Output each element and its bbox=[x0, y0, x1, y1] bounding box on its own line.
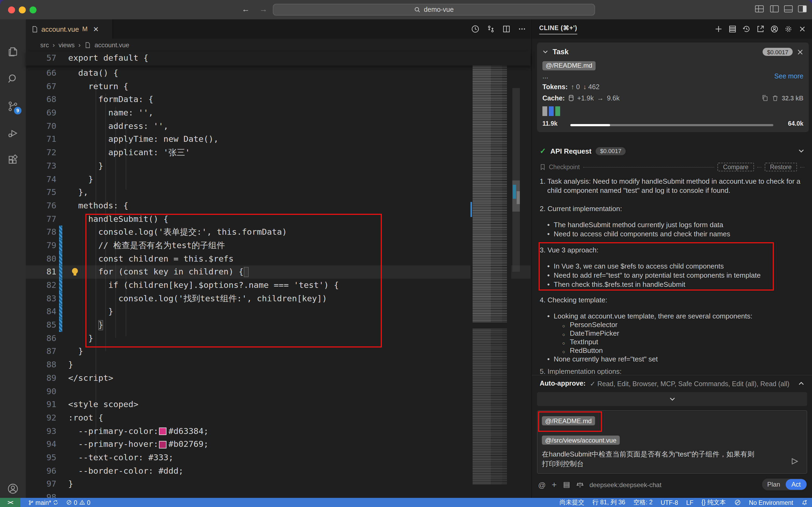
settings-icon[interactable] bbox=[784, 25, 793, 33]
eol-item[interactable]: LF bbox=[686, 499, 693, 506]
forward-icon[interactable]: → bbox=[259, 4, 268, 13]
minimap[interactable] bbox=[470, 47, 511, 507]
account-icon[interactable] bbox=[770, 25, 779, 33]
run-debug-icon[interactable] bbox=[6, 127, 19, 139]
auto-approve-row[interactable]: Auto-approve: ✓ Read, Edit, Browser, MCP… bbox=[540, 378, 805, 389]
restore-button[interactable]: Restore bbox=[764, 163, 797, 171]
context-bar-gray bbox=[542, 106, 547, 116]
git-status-item[interactable]: 尚未提交 bbox=[560, 498, 584, 506]
explorer-icon[interactable] bbox=[6, 45, 19, 58]
mcp-icon[interactable] bbox=[563, 481, 570, 489]
close-task-icon[interactable] bbox=[797, 49, 803, 55]
task-title: Task bbox=[553, 48, 569, 56]
plan-act-toggle[interactable]: Plan Act bbox=[762, 478, 807, 490]
minimap-change-marker bbox=[470, 202, 472, 217]
overview-ruler-change-mark bbox=[513, 185, 516, 199]
mention-icon[interactable]: @ bbox=[538, 481, 545, 489]
toggle-panel-icon[interactable] bbox=[784, 5, 793, 12]
color-swatch-primary[interactable] bbox=[159, 428, 167, 435]
code-line: 94 --primary-hover: #b02769; bbox=[26, 438, 531, 451]
close-panel-icon[interactable] bbox=[798, 25, 807, 33]
expand-bar[interactable] bbox=[537, 392, 807, 406]
cursor-position-item[interactable]: 行 81, 列 36 bbox=[592, 498, 625, 506]
new-task-icon[interactable] bbox=[714, 25, 723, 33]
breadcrumb-src[interactable]: src bbox=[40, 41, 49, 49]
split-editor-icon[interactable] bbox=[502, 25, 511, 33]
code-line: 97} bbox=[26, 478, 531, 491]
editor-actions bbox=[471, 19, 526, 39]
extensions-icon[interactable] bbox=[6, 154, 19, 167]
customize-layout-icon[interactable] bbox=[755, 5, 764, 12]
copy-icon[interactable] bbox=[761, 95, 768, 102]
see-more-link[interactable]: See more bbox=[774, 72, 803, 80]
compare-button[interactable]: Compare bbox=[718, 163, 754, 171]
environment-item[interactable]: No Environment bbox=[749, 499, 793, 506]
title-bar: ← → demo-vue bbox=[0, 0, 812, 19]
code-line: 72 applicant: '张三' bbox=[26, 146, 531, 159]
breadcrumb-separator: › bbox=[53, 41, 55, 49]
input-chip-account[interactable]: @/src/views/account.vue bbox=[542, 436, 620, 445]
editor-scrollbar[interactable] bbox=[512, 88, 520, 272]
send-icon[interactable] bbox=[791, 457, 799, 466]
act-button[interactable]: Act bbox=[786, 479, 807, 490]
accounts-icon[interactable] bbox=[6, 482, 19, 495]
notifications-bell-icon[interactable] bbox=[801, 499, 808, 506]
collapse-task-icon[interactable] bbox=[542, 49, 548, 55]
compare-changes-icon[interactable] bbox=[486, 25, 495, 33]
close-tab-icon[interactable]: ✕ bbox=[93, 25, 99, 33]
breadcrumb-file[interactable]: account.vue bbox=[95, 41, 129, 49]
language-mode-item[interactable]: {} 纯文本 bbox=[701, 498, 726, 506]
chevron-up-icon[interactable] bbox=[798, 380, 805, 387]
breadcrumb-views[interactable]: views bbox=[59, 41, 75, 49]
code-line: 92:root { bbox=[26, 411, 531, 425]
remote-indicator[interactable]: >< bbox=[0, 498, 20, 507]
open-in-editor-icon[interactable] bbox=[756, 25, 765, 33]
command-center-search[interactable]: demo-vue bbox=[273, 4, 595, 15]
minimize-window-button[interactable] bbox=[19, 6, 26, 13]
separator bbox=[532, 375, 812, 376]
errors-icon bbox=[66, 500, 72, 505]
cline-tab-label[interactable]: CLINE (⌘+') bbox=[539, 24, 577, 34]
api-request-row[interactable]: ✓ API Request $0.0017 bbox=[540, 145, 805, 157]
editor-group: account.vue M ✕ src › views › account.vu… bbox=[26, 19, 531, 507]
add-context-icon[interactable]: + bbox=[552, 480, 557, 490]
color-swatch-hover[interactable] bbox=[159, 441, 167, 448]
encoding-item[interactable]: UTF-8 bbox=[660, 499, 678, 506]
msg-bullet: Need to access child components and chec… bbox=[540, 230, 803, 238]
copilot-disabled-icon[interactable] bbox=[734, 499, 741, 506]
timeline-icon[interactable] bbox=[471, 25, 479, 33]
code-line: 67 return { bbox=[26, 80, 531, 93]
tab-account-vue[interactable]: account.vue M ✕ bbox=[26, 19, 113, 39]
trash-icon[interactable] bbox=[771, 95, 778, 102]
close-window-button[interactable] bbox=[8, 6, 15, 13]
plan-button[interactable]: Plan bbox=[762, 481, 786, 488]
model-scale-icon[interactable] bbox=[576, 481, 583, 489]
git-branch-item[interactable]: main* bbox=[28, 499, 59, 506]
code-line: 76 methods: { bbox=[26, 199, 531, 212]
more-actions-icon[interactable] bbox=[518, 25, 526, 33]
check-icon: ✓ bbox=[540, 147, 546, 155]
context-max: 64.0k bbox=[788, 120, 803, 126]
toggle-primary-sidebar-icon[interactable] bbox=[770, 5, 779, 12]
msg-line: 2. Current implementation: bbox=[540, 205, 803, 213]
msg-bullet: Looking at account.vue template, there a… bbox=[540, 312, 803, 321]
branch-label: main* bbox=[36, 499, 51, 506]
sticky-scroll-line[interactable]: 57export default { bbox=[26, 52, 531, 65]
tokens-up: ↑ 0 bbox=[571, 83, 580, 91]
search-value: demo-vue bbox=[424, 6, 454, 13]
breadcrumb[interactable]: src › views › account.vue bbox=[26, 39, 531, 52]
breadcrumb-separator: › bbox=[78, 41, 80, 49]
maximize-window-button[interactable] bbox=[30, 6, 37, 13]
search-sidebar-icon[interactable] bbox=[6, 72, 19, 86]
toggle-secondary-sidebar-icon[interactable] bbox=[798, 5, 807, 12]
back-icon[interactable]: ← bbox=[242, 4, 250, 13]
problems-item[interactable]: 0 0 bbox=[66, 499, 91, 506]
indentation-item[interactable]: 空格: 2 bbox=[633, 498, 653, 506]
chevron-down-icon[interactable] bbox=[798, 148, 805, 154]
status-bar: >< main* 0 0 尚未提交 行 81, 列 36 空格: 2 UTF-8… bbox=[0, 498, 812, 507]
source-control-icon[interactable]: 9 bbox=[6, 100, 19, 113]
mcp-servers-icon[interactable] bbox=[728, 25, 737, 33]
model-label[interactable]: deepseek:deepseek-chat bbox=[589, 481, 661, 489]
task-file-chip[interactable]: @/README.md bbox=[542, 61, 595, 70]
history-icon[interactable] bbox=[742, 25, 751, 33]
